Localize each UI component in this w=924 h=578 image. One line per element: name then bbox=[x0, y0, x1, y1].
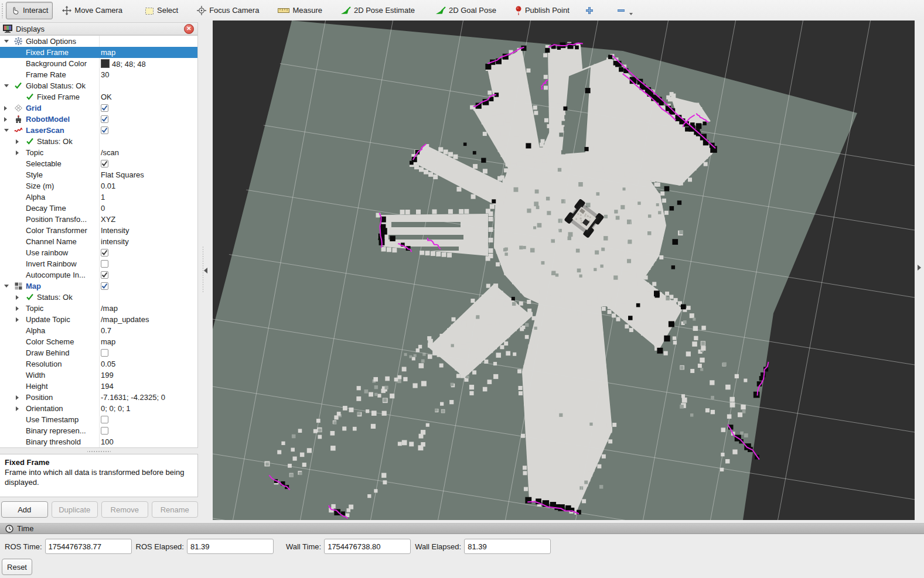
chevron-right-icon[interactable] bbox=[16, 395, 19, 400]
tree-row-channel-name[interactable]: Channel Nameintensity bbox=[0, 236, 197, 247]
checkbox-checked[interactable] bbox=[101, 160, 108, 167]
tool-focus-camera[interactable]: Focus Camera bbox=[192, 2, 264, 19]
property-value[interactable]: Intensity bbox=[101, 226, 129, 235]
tree-row-binary-represen-[interactable]: Binary represen... bbox=[0, 425, 197, 436]
tree-row-color-scheme[interactable]: Color Schememap bbox=[0, 336, 197, 347]
property-value[interactable]: map bbox=[101, 48, 115, 57]
property-value[interactable]: 194 bbox=[101, 382, 114, 391]
close-icon[interactable]: ✕ bbox=[184, 24, 194, 34]
tree-row-grid[interactable]: Grid bbox=[0, 102, 197, 114]
add-button[interactable]: Add bbox=[1, 501, 48, 518]
tree-row-use-rainbow[interactable]: Use rainbow bbox=[0, 247, 197, 258]
property-value[interactable]: 199 bbox=[101, 371, 114, 379]
dropdown-caret-icon[interactable] bbox=[629, 13, 633, 15]
property-value[interactable]: 0.05 bbox=[101, 360, 115, 368]
tree-row-position-transfo-[interactable]: Position Transfo...XYZ bbox=[0, 214, 197, 225]
property-value[interactable]: 0.01 bbox=[101, 182, 115, 190]
panel-horizontal-splitter[interactable] bbox=[87, 450, 111, 453]
property-value[interactable]: 1 bbox=[101, 193, 105, 201]
property-value[interactable]: 0 bbox=[101, 204, 105, 213]
property-value[interactable]: 100 bbox=[101, 437, 114, 446]
property-value[interactable]: /map_updates bbox=[101, 315, 149, 324]
toolbar-grip[interactable] bbox=[1, 3, 4, 18]
tree-row-draw-behind[interactable]: Draw Behind bbox=[0, 347, 197, 358]
chevron-down-icon[interactable] bbox=[4, 285, 9, 288]
tree-row-invert-rainbow[interactable]: Invert Rainbow bbox=[0, 258, 197, 269]
property-value[interactable]: Flat Squares bbox=[101, 170, 144, 179]
tool-2d-goal-pose[interactable]: 2D Goal Pose bbox=[431, 2, 501, 19]
reset-button[interactable]: Reset bbox=[2, 559, 32, 575]
tool-interact[interactable]: Interact bbox=[6, 2, 53, 19]
tree-row-decay-time[interactable]: Decay Time0 bbox=[0, 203, 197, 214]
tool-minus-icon[interactable] bbox=[613, 2, 636, 19]
collapse-left-icon[interactable] bbox=[204, 268, 207, 273]
checkbox-checked[interactable] bbox=[101, 249, 108, 256]
chevron-down-icon[interactable] bbox=[4, 129, 9, 132]
property-value[interactable]: XYZ bbox=[101, 215, 115, 224]
tree-row-color-transformer[interactable]: Color TransformerIntensity bbox=[0, 225, 197, 236]
checkbox-unchecked[interactable] bbox=[101, 260, 108, 268]
tree-row-global-options[interactable]: Global Options bbox=[0, 36, 197, 47]
property-value[interactable]: OK bbox=[101, 93, 112, 101]
chevron-right-icon[interactable] bbox=[16, 317, 19, 322]
checkbox-checked[interactable] bbox=[101, 126, 108, 134]
tree-row-topic[interactable]: Topic/scan bbox=[0, 147, 197, 158]
tool-move-camera[interactable]: Move Camera bbox=[57, 2, 127, 19]
ros-elapsed-input[interactable] bbox=[187, 539, 274, 554]
checkbox-unchecked[interactable] bbox=[101, 416, 108, 423]
chevron-right-icon[interactable] bbox=[16, 306, 19, 311]
chevron-right-icon[interactable] bbox=[16, 139, 19, 144]
chevron-right-icon[interactable] bbox=[16, 295, 19, 300]
tree-row-size-m-[interactable]: Size (m)0.01 bbox=[0, 180, 197, 191]
tree-row-orientation[interactable]: Orientation0; 0; 0; 1 bbox=[0, 403, 197, 414]
property-value[interactable]: 48; 48; 48 bbox=[101, 59, 146, 69]
tree-row-update-topic[interactable]: Update Topic/map_updates bbox=[0, 314, 197, 325]
property-value[interactable]: /scan bbox=[101, 148, 119, 157]
tree-row-fixed-frame[interactable]: Fixed FrameOK bbox=[0, 91, 197, 102]
checkbox-unchecked[interactable] bbox=[101, 427, 108, 435]
tree-row-height[interactable]: Height194 bbox=[0, 381, 197, 392]
3d-viewport[interactable] bbox=[213, 20, 915, 520]
checkbox-checked[interactable] bbox=[101, 282, 108, 290]
tree-row-use-timestamp[interactable]: Use Timestamp bbox=[0, 414, 197, 425]
tool-measure[interactable]: Measure bbox=[273, 2, 327, 19]
checkbox-checked[interactable] bbox=[101, 271, 108, 279]
tree-row-map[interactable]: Map bbox=[0, 281, 197, 292]
tool-select[interactable]: Select bbox=[140, 2, 183, 19]
tree-row-status-ok[interactable]: Status: Ok bbox=[0, 136, 197, 147]
tree-row-background-color[interactable]: Background Color48; 48; 48 bbox=[0, 58, 197, 69]
tree-row-resolution[interactable]: Resolution0.05 bbox=[0, 358, 197, 370]
property-value[interactable]: map bbox=[101, 337, 115, 346]
tree-row-topic[interactable]: Topic/map bbox=[0, 303, 197, 314]
tree-row-position[interactable]: Position-7.1631; -4.2325; 0 bbox=[0, 392, 197, 403]
left-splitter[interactable] bbox=[199, 20, 213, 520]
chevron-down-icon[interactable] bbox=[4, 84, 9, 87]
time-panel-header[interactable]: Time bbox=[0, 523, 924, 534]
chevron-right-icon[interactable] bbox=[16, 406, 19, 411]
tree-row-status-ok[interactable]: Status: Ok bbox=[0, 292, 197, 303]
tool-2d-pose-estimate[interactable]: 2D Pose Estimate bbox=[336, 2, 420, 19]
tree-row-style[interactable]: StyleFlat Squares bbox=[0, 169, 197, 180]
displays-panel-header[interactable]: Displays ✕ bbox=[0, 22, 198, 35]
tree-row-alpha[interactable]: Alpha0.7 bbox=[0, 325, 197, 336]
tool-publish-point[interactable]: Publish Point bbox=[510, 2, 574, 19]
checkbox-unchecked[interactable] bbox=[101, 349, 108, 357]
tree-row-selectable[interactable]: Selectable bbox=[0, 158, 197, 169]
property-value[interactable]: -7.1631; -4.2325; 0 bbox=[101, 393, 165, 402]
tree-row-laserscan[interactable]: LaserScan bbox=[0, 125, 197, 136]
property-value[interactable]: intensity bbox=[101, 237, 129, 246]
render-canvas[interactable] bbox=[213, 20, 915, 520]
collapse-right-icon[interactable] bbox=[918, 265, 921, 271]
tree-row-robotmodel[interactable]: RobotModel bbox=[0, 114, 197, 125]
chevron-right-icon[interactable] bbox=[4, 117, 7, 122]
tree-row-fixed-frame[interactable]: Fixed Framemap bbox=[0, 47, 197, 58]
chevron-right-icon[interactable] bbox=[4, 106, 7, 111]
ros-time-input[interactable] bbox=[45, 539, 132, 554]
tool-plus-icon[interactable] bbox=[581, 2, 598, 19]
property-value[interactable]: 30 bbox=[101, 70, 109, 79]
wall-elapsed-input[interactable] bbox=[464, 539, 551, 554]
chevron-right-icon[interactable] bbox=[16, 151, 19, 155]
right-splitter[interactable] bbox=[915, 20, 924, 520]
chevron-down-icon[interactable] bbox=[4, 40, 9, 43]
tree-row-global-status-ok[interactable]: Global Status: Ok bbox=[0, 80, 197, 91]
